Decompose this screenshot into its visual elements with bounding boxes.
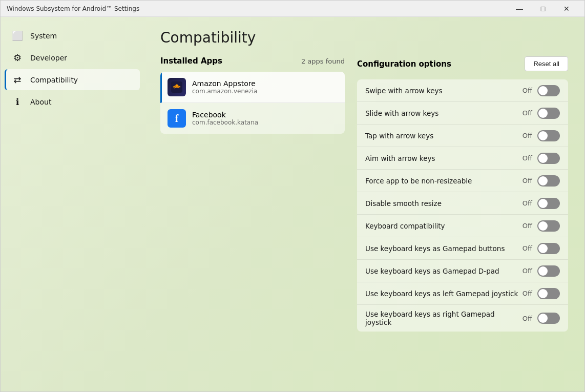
apps-panel-header: Installed Apps 2 apps found — [160, 56, 345, 66]
keyboard-compat-control: Off — [523, 220, 560, 232]
gamepad-right-joystick-toggle[interactable] — [537, 313, 560, 324]
keyboard-compat-toggle[interactable] — [537, 220, 560, 232]
title-bar-controls: — □ ✕ — [508, 1, 578, 17]
two-column-layout: Installed Apps 2 apps found — [160, 56, 568, 379]
config-row-aim: Aim with arrow keys Off — [357, 147, 568, 170]
swipe-toggle[interactable] — [537, 85, 560, 96]
sidebar-item-about[interactable]: ℹ About — [5, 91, 140, 112]
amazon-app-info: Amazon Appstore com.amazon.venezia — [192, 79, 257, 95]
app-item-amazon[interactable]: Amazon Appstore com.amazon.venezia — [160, 72, 345, 103]
gamepad-dpad-control: Off — [523, 265, 560, 277]
force-non-resizeable-label: Force app to be non-resizeable — [365, 177, 523, 185]
gamepad-left-joystick-state: Off — [523, 290, 532, 297]
config-row-gamepad-right-joystick: Use keyboard keys as right Gamepad joyst… — [357, 305, 568, 332]
developer-icon: ⚙ — [12, 52, 23, 63]
about-icon: ℹ — [12, 96, 23, 107]
apps-count: 2 apps found — [301, 57, 345, 65]
force-non-resizeable-state: Off — [523, 177, 532, 184]
aim-control: Off — [523, 153, 560, 164]
window: Windows Subsystem for Android™ Settings … — [0, 0, 585, 392]
facebook-app-package: com.facebook.katana — [192, 119, 258, 126]
gamepad-buttons-control: Off — [523, 243, 560, 254]
slide-toggle[interactable] — [537, 108, 560, 119]
gamepad-right-joystick-state: Off — [523, 315, 532, 322]
window-title: Windows Subsystem for Android™ Settings — [7, 5, 508, 12]
config-panel: Configuration options Reset all Swipe wi… — [357, 56, 568, 379]
sidebar-label-system: System — [30, 32, 57, 40]
config-options-list: Swipe with arrow keys Off Slide with arr… — [357, 79, 568, 332]
title-bar: Windows Subsystem for Android™ Settings … — [1, 1, 584, 17]
gamepad-dpad-toggle[interactable] — [537, 265, 560, 277]
installed-apps-title: Installed Apps — [160, 56, 222, 66]
amazon-app-icon — [168, 78, 186, 96]
sidebar-item-compatibility[interactable]: ⇄ Compatibility — [5, 69, 140, 90]
gamepad-right-joystick-control: Off — [523, 313, 560, 324]
disable-smooth-resize-control: Off — [523, 198, 560, 209]
sidebar-item-system[interactable]: ⬜ System — [5, 25, 140, 46]
facebook-app-icon: f — [168, 109, 186, 128]
force-non-resizeable-control: Off — [523, 175, 560, 187]
swipe-label: Swipe with arrow keys — [365, 87, 523, 95]
config-header: Configuration options Reset all — [357, 56, 568, 71]
disable-smooth-resize-label: Disable smooth resize — [365, 199, 523, 208]
gamepad-buttons-state: Off — [523, 244, 532, 252]
gamepad-left-joystick-control: Off — [523, 288, 560, 299]
compatibility-icon: ⇄ — [12, 74, 23, 85]
swipe-state: Off — [523, 87, 532, 94]
tap-control: Off — [523, 130, 560, 141]
config-row-gamepad-left-joystick: Use keyboard keys as left Gamepad joysti… — [357, 282, 568, 305]
sidebar-item-developer[interactable]: ⚙ Developer — [5, 47, 140, 68]
tap-label: Tap with arrow keys — [365, 132, 523, 140]
amazon-app-package: com.amazon.venezia — [192, 88, 257, 95]
disable-smooth-resize-state: Off — [523, 199, 532, 207]
config-row-slide: Slide with arrow keys Off — [357, 102, 568, 125]
aim-state: Off — [523, 154, 532, 162]
gamepad-buttons-label: Use keyboard keys as Gamepad buttons — [365, 244, 523, 253]
svg-point-1 — [176, 85, 178, 87]
slide-state: Off — [523, 109, 532, 117]
close-button[interactable]: ✕ — [555, 1, 578, 17]
config-title: Configuration options — [357, 59, 451, 69]
keyboard-compat-label: Keyboard compatibility — [365, 222, 523, 230]
main-content: Compatibility Installed Apps 2 apps foun… — [144, 17, 584, 391]
gamepad-buttons-toggle[interactable] — [537, 243, 560, 254]
minimize-button[interactable]: — — [508, 1, 531, 17]
config-row-disable-smooth-resize: Disable smooth resize Off — [357, 192, 568, 215]
amazon-app-name: Amazon Appstore — [192, 79, 257, 88]
facebook-app-name: Facebook — [192, 111, 258, 119]
aim-toggle[interactable] — [537, 153, 560, 164]
config-row-swipe: Swipe with arrow keys Off — [357, 79, 568, 102]
config-row-force-non-resizeable: Force app to be non-resizeable Off — [357, 170, 568, 192]
reset-all-button[interactable]: Reset all — [525, 56, 568, 71]
system-icon: ⬜ — [12, 30, 23, 41]
tap-toggle[interactable] — [537, 130, 560, 141]
gamepad-right-joystick-label: Use keyboard keys as right Gamepad joyst… — [365, 310, 523, 326]
app-item-facebook[interactable]: f Facebook com.facebook.katana — [160, 103, 345, 134]
tap-state: Off — [523, 132, 532, 139]
keyboard-compat-state: Off — [523, 222, 532, 230]
content-area: ⬜ System ⚙ Developer ⇄ Compatibility ℹ A… — [1, 17, 584, 391]
config-row-keyboard-compat: Keyboard compatibility Off — [357, 215, 568, 237]
sidebar-label-about: About — [30, 98, 51, 106]
sidebar: ⬜ System ⚙ Developer ⇄ Compatibility ℹ A… — [1, 17, 144, 391]
disable-smooth-resize-toggle[interactable] — [537, 198, 560, 209]
maximize-button[interactable]: □ — [531, 1, 555, 17]
page-title: Compatibility — [160, 29, 568, 46]
slide-label: Slide with arrow keys — [365, 109, 523, 117]
gamepad-dpad-state: Off — [523, 267, 532, 275]
apps-list: Amazon Appstore com.amazon.venezia f Fac… — [160, 72, 345, 134]
apps-panel: Installed Apps 2 apps found — [160, 56, 345, 379]
gamepad-left-joystick-toggle[interactable] — [537, 288, 560, 299]
sidebar-label-compatibility: Compatibility — [30, 76, 78, 84]
facebook-app-info: Facebook com.facebook.katana — [192, 111, 258, 126]
aim-label: Aim with arrow keys — [365, 154, 523, 162]
force-non-resizeable-toggle[interactable] — [537, 175, 560, 187]
config-row-gamepad-buttons: Use keyboard keys as Gamepad buttons Off — [357, 237, 568, 260]
config-row-gamepad-dpad: Use keyboard keys as Gamepad D-pad Off — [357, 260, 568, 282]
gamepad-dpad-label: Use keyboard keys as Gamepad D-pad — [365, 267, 523, 275]
gamepad-left-joystick-label: Use keyboard keys as left Gamepad joysti… — [365, 290, 523, 298]
config-row-tap: Tap with arrow keys Off — [357, 125, 568, 147]
slide-control: Off — [523, 108, 560, 119]
sidebar-label-developer: Developer — [30, 54, 67, 62]
swipe-control: Off — [523, 85, 560, 96]
